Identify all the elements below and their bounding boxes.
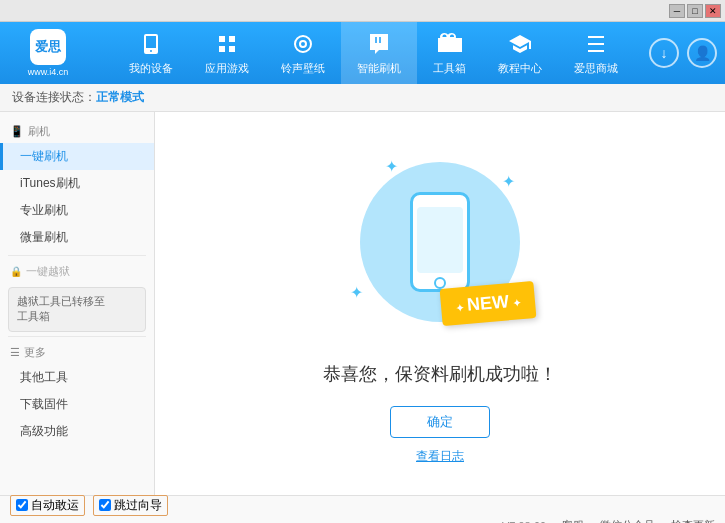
nav-my-device-label: 我的设备 <box>129 61 173 76</box>
main-area: 📱 刷机 一键刷机 iTunes刷机 专业刷机 微量刷机 🔒 一键越狱 <box>0 112 725 495</box>
phone-screen <box>417 207 463 273</box>
nav-store[interactable]: 爱思商城 <box>558 22 634 84</box>
sidebar-jailbreak-disabled: 🔒 一键越狱 <box>0 260 154 283</box>
nav-store-label: 爱思商城 <box>574 61 618 76</box>
sparkle-3: ✦ <box>350 283 363 302</box>
sidebar-flash-title: 📱 刷机 <box>0 120 154 143</box>
ringtone-icon <box>289 30 317 58</box>
sidebar-item-micro-flash[interactable]: 微量刷机 <box>0 224 154 251</box>
sidebar: 📱 刷机 一键刷机 iTunes刷机 专业刷机 微量刷机 🔒 一键越狱 <box>0 112 155 495</box>
nav-smart-flash-label: 智能刷机 <box>357 61 401 76</box>
device-icon <box>137 30 165 58</box>
nav-toolbox[interactable]: 工具箱 <box>417 22 482 84</box>
flash-icon <box>365 30 393 58</box>
success-illustration: NEW ✦ ✦ ✦ <box>340 142 540 342</box>
sidebar-item-one-click-flash[interactable]: 一键刷机 <box>0 143 154 170</box>
nav-ringtones-label: 铃声壁纸 <box>281 61 325 76</box>
status-prefix: 设备连接状态： <box>12 89 96 106</box>
status-value: 正常模式 <box>96 89 144 106</box>
jailbreak-note: 越狱工具已转移至工具箱 <box>8 287 146 332</box>
bottom-right: V7.98.66 客服 微信公众号 检查更新 <box>502 518 715 523</box>
flash-section-icon: 📱 <box>10 125 24 138</box>
check-update-link[interactable]: 检查更新 <box>671 518 715 523</box>
sidebar-item-download-firmware[interactable]: 下载固件 <box>0 391 154 418</box>
store-icon <box>582 30 610 58</box>
download-button[interactable]: ↓ <box>649 38 679 68</box>
sidebar-divider-1 <box>8 255 146 256</box>
sidebar-item-advanced[interactable]: 高级功能 <box>0 418 154 445</box>
lock-icon: 🔒 <box>10 266 22 277</box>
sidebar-section-more: ☰ 更多 其他工具 下载固件 高级功能 <box>0 341 154 445</box>
maximize-button[interactable]: □ <box>687 4 703 18</box>
skip-wizard-label[interactable]: 跳过向导 <box>93 495 168 516</box>
window-controls: ─ □ ✕ <box>669 4 721 18</box>
sidebar-item-pro-flash[interactable]: 专业刷机 <box>0 197 154 224</box>
nav-items: 我的设备 应用游戏 铃声壁纸 智能刷机 工具箱 <box>98 22 649 84</box>
new-badge: NEW <box>440 281 537 326</box>
sidebar-more-title: ☰ 更多 <box>0 341 154 364</box>
nav-toolbox-label: 工具箱 <box>433 61 466 76</box>
sidebar-section-flash: 📱 刷机 一键刷机 iTunes刷机 专业刷机 微量刷机 <box>0 120 154 251</box>
logo[interactable]: 爱思 www.i4.cn <box>8 29 88 77</box>
sparkle-2: ✦ <box>502 172 515 191</box>
nav-bar: 爱思 www.i4.cn 我的设备 应用游戏 铃声壁纸 <box>0 22 725 84</box>
success-text: 恭喜您，保资料刷机成功啦！ <box>323 362 557 386</box>
status-bar: 设备连接状态： 正常模式 <box>0 84 725 112</box>
device-bar: 自动敢运 跳过向导 📱 iPhone 12 mini 64GB Down-12m… <box>0 495 725 523</box>
customer-service-link[interactable]: 客服 <box>562 518 584 523</box>
nav-app-games[interactable]: 应用游戏 <box>189 22 265 84</box>
nav-my-device[interactable]: 我的设备 <box>113 22 189 84</box>
nav-smart-flash[interactable]: 智能刷机 <box>341 22 417 84</box>
minimize-button[interactable]: ─ <box>669 4 685 18</box>
close-button[interactable]: ✕ <box>705 4 721 18</box>
skip-wizard-checkbox[interactable] <box>99 499 111 511</box>
version-text: V7.98.66 <box>502 520 546 524</box>
tutorials-icon <box>506 30 534 58</box>
sparkle-1: ✦ <box>385 157 398 176</box>
checkbox-area: 自动敢运 跳过向导 📱 iPhone 12 mini 64GB Down-12m… <box>10 495 168 524</box>
apps-icon <box>213 30 241 58</box>
checkboxes-row: 自动敢运 跳过向导 <box>10 495 168 516</box>
phone-home-btn <box>434 277 446 289</box>
wechat-link[interactable]: 微信公众号 <box>600 518 655 523</box>
nav-right: ↓ 👤 <box>649 38 717 68</box>
back-link[interactable]: 查看日志 <box>416 448 464 465</box>
auto-start-label[interactable]: 自动敢运 <box>10 495 85 516</box>
sidebar-item-itunes-flash[interactable]: iTunes刷机 <box>0 170 154 197</box>
sidebar-divider-2 <box>8 336 146 337</box>
sidebar-item-other-tools[interactable]: 其他工具 <box>0 364 154 391</box>
nav-app-games-label: 应用游戏 <box>205 61 249 76</box>
logo-url: www.i4.cn <box>28 67 69 77</box>
user-button[interactable]: 👤 <box>687 38 717 68</box>
nav-ringtones[interactable]: 铃声壁纸 <box>265 22 341 84</box>
content-area: NEW ✦ ✦ ✦ 恭喜您，保资料刷机成功啦！ 确定 查看日志 <box>155 112 725 495</box>
phone-body <box>410 192 470 292</box>
sidebar-section-jailbreak: 🔒 一键越狱 越狱工具已转移至工具箱 <box>0 260 154 332</box>
nav-tutorials[interactable]: 教程中心 <box>482 22 558 84</box>
logo-icon: 爱思 <box>30 29 66 65</box>
more-section-icon: ☰ <box>10 346 20 359</box>
title-bar: ─ □ ✕ <box>0 0 725 22</box>
auto-start-checkbox[interactable] <box>16 499 28 511</box>
confirm-button[interactable]: 确定 <box>390 406 490 438</box>
nav-tutorials-label: 教程中心 <box>498 61 542 76</box>
tools-icon <box>436 30 464 58</box>
